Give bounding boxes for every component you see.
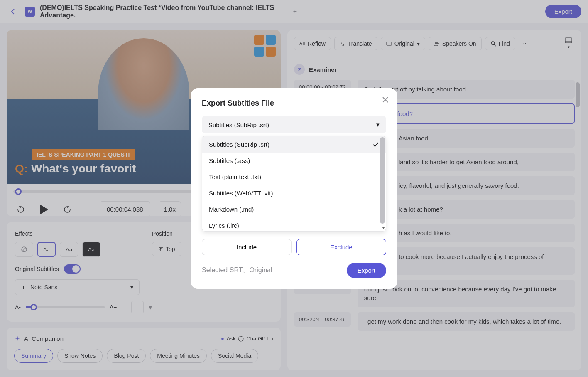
chevron-down-icon: ▾ — [376, 121, 380, 128]
format-option-md[interactable]: Markdown (.md) — [202, 201, 386, 217]
modal-export-button[interactable]: Export — [347, 263, 386, 278]
format-dropdown: Subtitles (SubRip .srt) Subtitles (.ass)… — [202, 136, 386, 232]
include-button[interactable]: Include — [202, 239, 292, 255]
close-button[interactable] — [382, 96, 389, 103]
format-option-vtt[interactable]: Subtitles (WebVTT .vtt) — [202, 185, 386, 201]
selected-info: Selected SRT、Original — [202, 266, 272, 275]
dropdown-scrollbar[interactable] — [380, 137, 385, 224]
modal-overlay[interactable]: Export Subtitles File Subtitles (SubRip … — [0, 0, 588, 377]
exclude-button[interactable]: Exclude — [296, 239, 386, 255]
modal-title: Export Subtitles File — [202, 99, 386, 108]
check-icon — [372, 141, 379, 148]
format-option-srt[interactable]: Subtitles (SubRip .srt) — [202, 136, 386, 153]
format-option-lrc[interactable]: Lyrics (.lrc) — [202, 217, 386, 232]
export-modal: Export Subtitles File Subtitles (SubRip … — [191, 88, 397, 289]
format-option-txt[interactable]: Text (plain text .txt) — [202, 169, 386, 185]
include-exclude-toggle: Include Exclude — [202, 239, 386, 255]
format-select[interactable]: Subtitles (SubRip .srt) ▾ — [202, 116, 386, 133]
close-icon — [382, 96, 389, 103]
format-option-ass[interactable]: Subtitles (.ass) — [202, 153, 386, 169]
scroll-down-icon[interactable]: ▾ — [382, 226, 385, 230]
